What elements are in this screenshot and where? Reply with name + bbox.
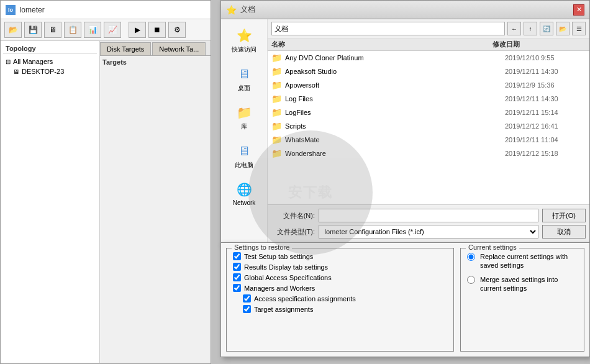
current-settings-radio-label: Replace current settings with saved sett…: [480, 252, 578, 270]
file-folder-icon: 📁: [271, 107, 281, 117]
toolbar-open[interactable]: 📂: [4, 22, 22, 38]
toolbar-display[interactable]: 🖥: [44, 22, 61, 38]
location-bar[interactable]: 义档: [271, 22, 505, 35]
file-date: 2019/12/11 11:04: [505, 136, 586, 143]
tree-child-desktop[interactable]: 🖥 DESKTOP-23: [3, 66, 97, 76]
quickaccess-icon: ⭐: [234, 27, 254, 44]
file-folder-icon: 📁: [271, 53, 281, 63]
tree-root[interactable]: ⊟ All Managers: [3, 57, 97, 66]
file-item[interactable]: 📁 Apeaksoft Studio 2019/12/11 14:30: [268, 65, 589, 78]
settings-checkbox-label: Results Display tab settings: [244, 263, 328, 271]
nav-view-btn[interactable]: ☰: [572, 22, 586, 35]
current-settings-radio[interactable]: [467, 276, 475, 284]
toolbar-chart[interactable]: 📊: [84, 22, 101, 38]
tab-network-targets[interactable]: Network Ta...: [152, 42, 206, 55]
cancel-button[interactable]: 取消: [542, 225, 586, 239]
file-folder-icon: 📁: [271, 121, 281, 131]
file-name: Apeaksoft Studio: [285, 68, 505, 75]
file-list: 📁 Any DVD Cloner Platinum 2019/12/10 9:5…: [268, 51, 589, 204]
tree-expand-icon: ⊟: [6, 58, 11, 65]
settings-checkbox[interactable]: [233, 273, 241, 281]
nav-back-btn[interactable]: ←: [507, 22, 521, 35]
settings-restore-group: Settings to restore Test Setup tab setti…: [226, 248, 454, 352]
nav-refresh-btn[interactable]: 🔄: [540, 22, 553, 35]
file-dialog: ⭐ 义档 ✕ ⭐ 快速访问 🖥 桌面 📁 库 🖥 此电脑 �: [220, 0, 590, 245]
settings-checkbox[interactable]: [233, 252, 241, 260]
file-item[interactable]: 📁 Log Files 2019/12/11 14:30: [268, 92, 589, 106]
settings-checkbox-row: Managers and Workers: [233, 284, 447, 292]
location-text: 义档: [275, 24, 288, 34]
file-name: LogFiles: [285, 109, 505, 116]
toolbar-play[interactable]: ▶: [129, 22, 146, 38]
toolbar-settings[interactable]: ⚙: [168, 22, 186, 38]
settings-checkbox-row: Results Display tab settings: [233, 263, 447, 271]
dialog-sidebar: ⭐ 快速访问 🖥 桌面 📁 库 🖥 此电脑 🌐 Network: [221, 19, 268, 245]
sidebar-network[interactable]: 🌐 Network: [224, 178, 265, 209]
dialog-main: 义档 ← ↑ 🔄 📂 ☰ 名称 修改日期 📁 Any DVD Cloner Pl…: [268, 19, 589, 245]
file-name: Scripts: [285, 122, 505, 130]
tree-computer-icon: 🖥: [13, 68, 19, 75]
settings-checkbox-label: Access specification assignments: [254, 295, 356, 303]
footer-filename-row: 文件名(N): 打开(O): [271, 209, 586, 222]
settings-checkbox[interactable]: [233, 263, 241, 271]
file-folder-icon: 📁: [271, 80, 281, 90]
toolbar-save[interactable]: 💾: [24, 22, 42, 38]
dialog-close-button[interactable]: ✕: [573, 4, 584, 16]
sidebar-library[interactable]: 📁 库: [224, 101, 265, 134]
settings-restore-title: Settings to restore: [232, 243, 292, 251]
file-item[interactable]: 📁 Any DVD Cloner Platinum 2019/12/10 9:5…: [268, 51, 589, 65]
current-settings-group: Current settings Replace current setting…: [460, 248, 584, 352]
col-extra-header: [573, 40, 586, 49]
sidebar-computer[interactable]: 🖥 此电脑: [224, 140, 265, 172]
tabs-bar: Disk Targets Network Ta...: [100, 41, 211, 56]
toolbar-graph[interactable]: 📈: [104, 22, 121, 38]
file-date: 2019/12/12 15:18: [505, 150, 586, 157]
sidebar-desktop[interactable]: 🖥 桌面: [224, 63, 265, 95]
toolbar-report[interactable]: 📋: [64, 22, 81, 38]
filename-input[interactable]: [319, 209, 538, 222]
desktop-icon: 🖥: [234, 65, 254, 83]
file-item[interactable]: 📁 WhatsMate 2019/12/11 11:04: [268, 133, 589, 147]
file-date: 2019/12/11 15:14: [505, 109, 586, 116]
toolbar-stop[interactable]: ⏹: [148, 22, 166, 38]
dialog-titlebar: ⭐ 义档 ✕: [221, 1, 589, 19]
file-folder-icon: 📁: [271, 66, 281, 76]
file-name: WhatsMate: [285, 136, 505, 143]
settings-checkbox-label: Managers and Workers: [244, 284, 315, 292]
sidebar-quickaccess[interactable]: ⭐ 快速访问: [224, 24, 265, 57]
iometer-toolbar: 📂 💾 🖥 📋 📊 📈 ▶ ⏹ ⚙: [1, 19, 211, 41]
computer-label: 此电脑: [235, 161, 253, 170]
dialog-body: ⭐ 快速访问 🖥 桌面 📁 库 🖥 此电脑 🌐 Network: [221, 19, 589, 245]
current-settings-radio-row: Replace current settings with saved sett…: [467, 252, 578, 270]
file-folder-icon: 📁: [271, 94, 281, 104]
settings-checkbox-row: Target assignments: [233, 305, 447, 313]
settings-checkbox-row: Global Access Specifications: [233, 273, 447, 281]
filetype-select[interactable]: Iometer Configuration Files (*.icf): [319, 225, 538, 239]
tree-root-label: All Managers: [13, 58, 53, 65]
topology-title: Topology: [3, 43, 97, 54]
filetype-label: 文件类型(T):: [271, 227, 315, 237]
file-item[interactable]: 📁 LogFiles 2019/12/11 15:14: [268, 106, 589, 119]
targets-content: Targets: [100, 56, 211, 363]
file-name: Log Files: [285, 95, 505, 102]
file-item[interactable]: 📁 Scripts 2019/12/12 16:41: [268, 119, 589, 133]
col-date-header: 修改日期: [492, 40, 573, 49]
quickaccess-label: 快速访问: [232, 45, 256, 54]
file-date: 2019/12/11 14:30: [505, 95, 586, 102]
open-button[interactable]: 打开(O): [542, 209, 586, 222]
desktop-label: 桌面: [238, 84, 250, 93]
targets-header: Targets: [102, 58, 208, 66]
file-item[interactable]: 📁 Apowersoft 2019/12/9 15:36: [268, 78, 589, 92]
settings-checkbox[interactable]: [243, 294, 251, 303]
nav-up-btn[interactable]: ↑: [524, 22, 537, 35]
dialog-title: ⭐ 义档: [226, 4, 255, 15]
file-item[interactable]: 📁 Wondershare 2019/12/12 15:18: [268, 147, 589, 160]
current-settings-radio[interactable]: [467, 253, 475, 261]
settings-checkbox-label: Global Access Specifications: [244, 274, 332, 281]
nav-newfolder-btn[interactable]: 📂: [556, 22, 570, 35]
settings-checkbox[interactable]: [243, 305, 251, 313]
topology-panel: Topology ⊟ All Managers 🖥 DESKTOP-23: [1, 41, 100, 363]
settings-checkbox[interactable]: [233, 284, 241, 292]
tab-disk-targets[interactable]: Disk Targets: [100, 42, 151, 55]
app-icon: Io: [6, 5, 16, 15]
